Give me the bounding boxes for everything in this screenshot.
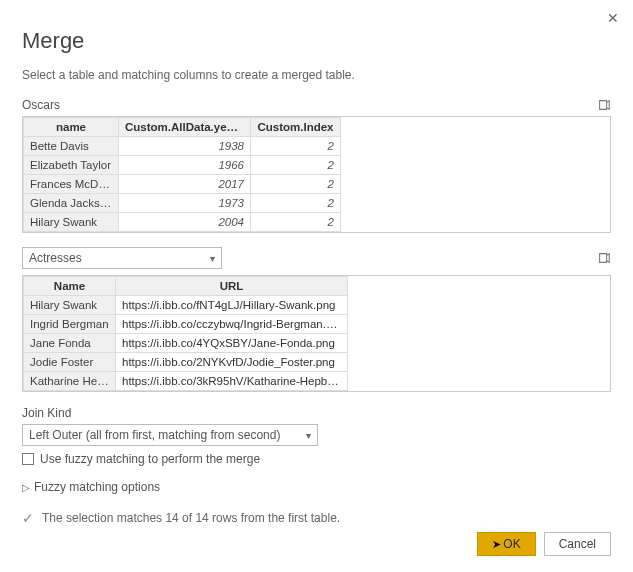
checkbox-icon[interactable]: [22, 453, 34, 465]
dialog-subtitle: Select a table and matching columns to c…: [22, 68, 611, 82]
table-row: Hilary Swankhttps://i.ibb.co/fNT4gLJ/Hil…: [24, 296, 611, 315]
join-kind-value: Left Outer (all from first, matching fro…: [29, 428, 280, 442]
table-row: Hilary Swank20042: [24, 213, 611, 232]
cancel-button-label: Cancel: [559, 537, 596, 551]
table2-preview[interactable]: Name URL Hilary Swankhttps://i.ibb.co/fN…: [22, 275, 611, 392]
fuzzy-checkbox-label: Use fuzzy matching to perform the merge: [40, 452, 260, 466]
ok-button-label: OK: [503, 537, 520, 551]
table1-col-index[interactable]: Custom.Index: [251, 118, 341, 137]
cursor-icon: ➤: [492, 538, 501, 551]
table-row: Katharine Hepburnhttps://i.ibb.co/3kR95h…: [24, 372, 611, 391]
refresh-icon[interactable]: [597, 98, 611, 112]
table-row: Glenda Jackson19732: [24, 194, 611, 213]
dialog-title: Merge: [22, 28, 611, 54]
table2-selector[interactable]: Actresses ▾: [22, 247, 222, 269]
check-icon: ✓: [22, 510, 34, 526]
cancel-button[interactable]: Cancel: [544, 532, 611, 556]
table-row: Bette Davis19382: [24, 137, 611, 156]
table-row: Elizabeth Taylor19662: [24, 156, 611, 175]
chevron-down-icon: ▾: [306, 430, 311, 441]
status-text: The selection matches 14 of 14 rows from…: [42, 511, 340, 525]
table2-selector-value: Actresses: [29, 251, 82, 265]
table2-col-url[interactable]: URL: [116, 277, 348, 296]
table2-col-name[interactable]: Name: [24, 277, 116, 296]
table1-preview[interactable]: name Custom.AllData.year_film Custom.Ind…: [22, 116, 611, 233]
fuzzy-options-label: Fuzzy matching options: [34, 480, 160, 494]
table1-col-year[interactable]: Custom.AllData.year_film: [119, 118, 251, 137]
table-row: Jodie Fosterhttps://i.ibb.co/2NYKvfD/Jod…: [24, 353, 611, 372]
join-kind-selector[interactable]: Left Outer (all from first, matching fro…: [22, 424, 318, 446]
table-row: Frances McDormand20172: [24, 175, 611, 194]
chevron-down-icon: ▾: [210, 253, 215, 264]
fuzzy-options-expander[interactable]: ▷ Fuzzy matching options: [22, 480, 611, 494]
table1-col-name[interactable]: name: [24, 118, 119, 137]
join-kind-label: Join Kind: [22, 406, 611, 420]
table-row: Ingrid Bergmanhttps://i.ibb.co/cczybwq/I…: [24, 315, 611, 334]
refresh-icon[interactable]: [597, 251, 611, 265]
close-icon[interactable]: ✕: [607, 10, 619, 26]
fuzzy-checkbox-row[interactable]: Use fuzzy matching to perform the merge: [22, 452, 611, 466]
table-row: Jane Fondahttps://i.ibb.co/4YQxSBY/Jane-…: [24, 334, 611, 353]
table1-label: Oscars: [22, 98, 60, 112]
ok-button[interactable]: ➤ OK: [477, 532, 535, 556]
chevron-right-icon: ▷: [22, 482, 30, 493]
